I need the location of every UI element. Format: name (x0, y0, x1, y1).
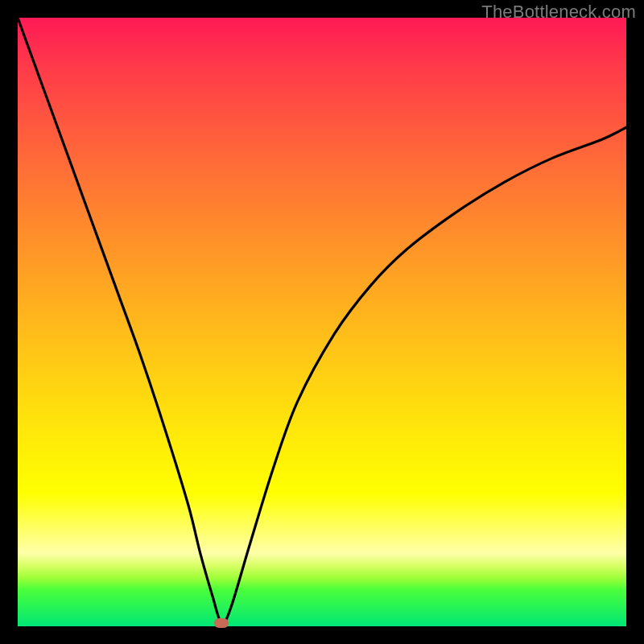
optimal-point-marker (214, 618, 229, 628)
bottleneck-curve (18, 18, 626, 626)
plot-area (18, 18, 626, 626)
chart-frame: TheBottleneck.com (0, 0, 644, 644)
watermark-text: TheBottleneck.com (481, 2, 636, 23)
